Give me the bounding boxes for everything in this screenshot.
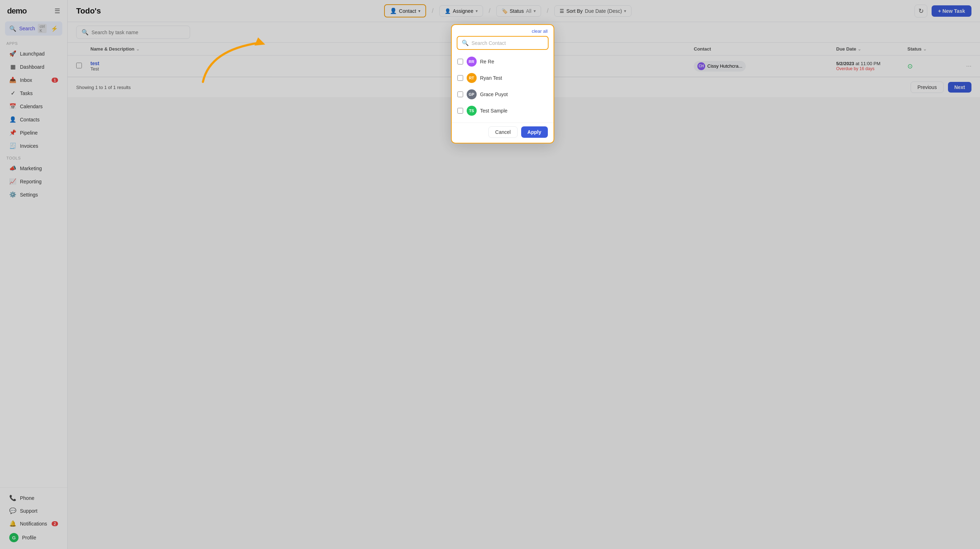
status-complete-icon[interactable]: ⊙ xyxy=(907,62,913,70)
launchpad-icon: 🚀 xyxy=(9,50,16,57)
contact-search-input[interactable] xyxy=(472,40,544,46)
sidebar-item-label: Launchpad xyxy=(20,51,45,57)
new-task-button[interactable]: + New Task xyxy=(932,5,972,17)
dashboard-icon: ▦ xyxy=(9,64,16,70)
next-button[interactable]: Next xyxy=(948,82,972,92)
sidebar-item-invoices[interactable]: 🧾 Invoices xyxy=(3,140,64,152)
assignee-icon: 👤 xyxy=(445,8,451,14)
cancel-button[interactable]: Cancel xyxy=(488,126,518,138)
refresh-icon: ↻ xyxy=(918,7,924,15)
sidebar-item-inbox[interactable]: 📥 Inbox 1 xyxy=(3,74,64,86)
contact-filter-label: Contact xyxy=(399,8,416,14)
sidebar-item-reporting[interactable]: 📈 Reporting xyxy=(3,175,64,188)
status-label: Status xyxy=(510,8,524,14)
contact-search-container: 🔍 xyxy=(457,36,549,50)
dropdown-search-icon: 🔍 xyxy=(462,40,469,46)
task-name[interactable]: test xyxy=(91,60,694,66)
status-col-header[interactable]: Status ⌄ xyxy=(907,46,972,52)
sidebar-item-phone[interactable]: 📞 Phone xyxy=(3,492,64,504)
sort-label: Sort By xyxy=(566,8,583,14)
support-icon: 💬 xyxy=(9,508,16,514)
sidebar-item-support[interactable]: 💬 Support xyxy=(3,504,64,517)
sort-icon: ☰ xyxy=(560,8,564,14)
row-contact-cell: CH Cissy Hutchcra... xyxy=(694,61,765,72)
contact-name-ryantest: Ryan Test xyxy=(480,75,502,81)
status-icon: 🏷️ xyxy=(501,8,508,14)
sidebar-item-settings[interactable]: ⚙️ Settings xyxy=(3,188,64,201)
sidebar-item-marketing[interactable]: 📣 Marketing xyxy=(3,162,64,175)
phone-icon: 📞 xyxy=(9,495,16,501)
row-checkbox[interactable] xyxy=(76,63,91,69)
inbox-icon: 📥 xyxy=(9,76,16,83)
sidebar-item-launchpad[interactable]: 🚀 Launchpad xyxy=(3,47,64,60)
separator-2: / xyxy=(489,7,490,14)
sidebar-search-button[interactable]: 🔍 Search ctrl K ⚡ xyxy=(5,21,62,36)
contact-name-gracepuyot: Grace Puyot xyxy=(480,91,508,97)
pin-icon: ⚡ xyxy=(51,25,58,32)
inbox-badge: 1 xyxy=(52,78,58,83)
calendars-icon: 📅 xyxy=(9,103,16,110)
contact-filter-icon: 👤 xyxy=(390,8,397,14)
contact-checkbox-rere[interactable] xyxy=(457,59,463,64)
contact-option-gracepuyot[interactable]: GP Grace Puyot xyxy=(454,86,551,103)
marketing-icon: 📣 xyxy=(9,165,16,172)
reporting-icon: 📈 xyxy=(9,178,16,185)
contact-option-rere[interactable]: RR Re Re xyxy=(454,53,551,70)
refresh-button[interactable]: ↻ xyxy=(915,5,928,18)
contact-checkbox-testsample[interactable] xyxy=(457,108,463,114)
status-filter-button[interactable]: 🏷️ Status All ▾ xyxy=(496,5,541,17)
sidebar-item-calendars[interactable]: 📅 Calendars xyxy=(3,100,64,113)
sidebar-item-label: Notifications xyxy=(20,521,47,527)
sidebar-item-label: Marketing xyxy=(20,165,41,171)
name-col-header[interactable]: Name & Description ⌄ xyxy=(91,46,694,52)
sort-icon: ⌄ xyxy=(136,47,140,52)
settings-icon: ⚙️ xyxy=(9,191,16,198)
contact-filter-button[interactable]: 👤 Contact ▾ xyxy=(384,4,426,18)
invoices-icon: 🧾 xyxy=(9,142,16,149)
sidebar-item-contacts[interactable]: 👤 Contacts xyxy=(3,113,64,126)
sidebar-item-profile[interactable]: G Profile xyxy=(3,530,64,545)
contacts-icon: 👤 xyxy=(9,116,16,123)
row-name-cell: test Test xyxy=(91,60,694,72)
contact-avatar: CH xyxy=(697,62,705,70)
page-nav: Previous Next xyxy=(911,81,972,93)
apps-section-label: Apps xyxy=(0,38,67,47)
sidebar-item-pipeline[interactable]: 📌 Pipeline xyxy=(3,126,64,139)
sidebar-item-notifications[interactable]: 🔔 Notifications 2 xyxy=(3,517,64,530)
sidebar-item-label: Calendars xyxy=(20,103,43,109)
sort-icon: ⌄ xyxy=(923,47,927,52)
contact-filter-dropdown: clear all 🔍 RR Re Re RT Ryan Test GP Gra… xyxy=(451,24,554,143)
contact-name-testsample: Test Sample xyxy=(480,108,508,114)
sidebar-search-label: Search xyxy=(19,25,35,31)
sidebar: demo ☰ 🔍 Search ctrl K ⚡ Apps 🚀 Launchpa… xyxy=(0,0,68,549)
due-date: 5/2/2023 at 11:00 PM xyxy=(836,61,907,66)
sidebar-item-label: Pipeline xyxy=(20,130,38,136)
overdue-text: Overdue by 16 days xyxy=(836,66,907,71)
contact-checkbox-gracepuyot[interactable] xyxy=(457,91,463,97)
contact-option-ryantest[interactable]: RT Ryan Test xyxy=(454,70,551,86)
previous-button[interactable]: Previous xyxy=(911,81,943,93)
sidebar-item-dashboard[interactable]: ▦ Dashboard xyxy=(3,60,64,73)
clear-all-button[interactable]: clear all xyxy=(532,29,548,34)
duedate-col-header[interactable]: Due Date ⌄ xyxy=(836,46,907,52)
sidebar-logo-area: demo ☰ xyxy=(0,0,67,19)
apply-button[interactable]: Apply xyxy=(521,126,548,138)
sidebar-item-label: Settings xyxy=(20,192,38,197)
contact-name: Cissy Hutchcra... xyxy=(707,64,742,69)
contact-checkbox-ryantest[interactable] xyxy=(457,75,463,81)
more-options-button[interactable]: ··· xyxy=(966,62,972,70)
task-search-input[interactable] xyxy=(91,30,185,35)
contact-avatar-testsample: TS xyxy=(467,106,477,116)
notifications-badge: 2 xyxy=(52,521,58,526)
assignee-filter-button[interactable]: 👤 Assignee ▾ xyxy=(439,5,483,17)
hamburger-icon[interactable]: ☰ xyxy=(54,7,60,15)
sort-value: Due Date (Desc) xyxy=(585,8,622,14)
contact-option-testsample[interactable]: TS Test Sample xyxy=(454,103,551,119)
sidebar-item-label: Support xyxy=(20,508,37,514)
contact-chip: CH Cissy Hutchcra... xyxy=(694,61,746,72)
task-search-container: 🔍 xyxy=(76,25,190,39)
showing-text: Showing 1 to 1 of 1 results xyxy=(76,85,130,90)
profile-avatar: G xyxy=(9,533,19,542)
sort-button[interactable]: ☰ Sort By Due Date (Desc) ▾ xyxy=(554,5,632,17)
sidebar-item-tasks[interactable]: ✓ Tasks xyxy=(3,87,64,99)
